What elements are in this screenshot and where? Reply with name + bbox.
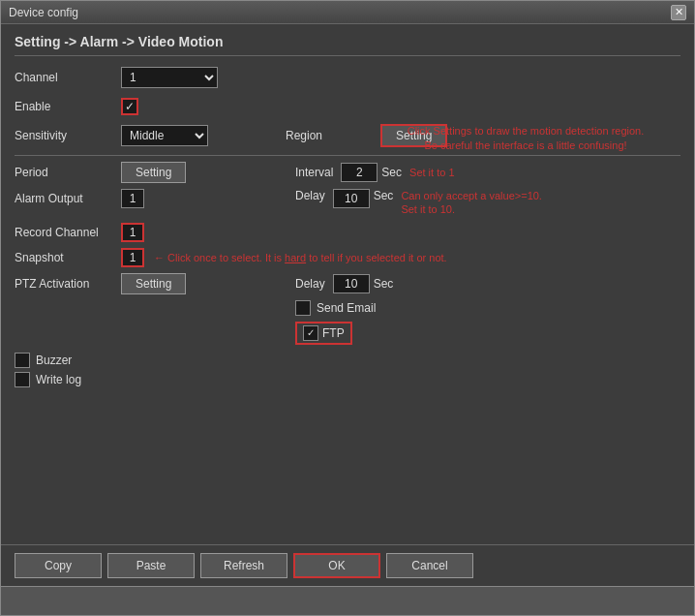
interval-unit: Sec [381,166,402,179]
period-label: Period [15,166,121,179]
interval-label: Interval [295,166,333,179]
write-log-checkbox[interactable] [15,372,30,387]
bottom-bar [1,586,694,615]
hint-line1: Click Settings to draw the motion detect… [408,125,645,137]
channel-label: Channel [15,71,121,84]
breadcrumb: Setting -> Alarm -> Video Motion [15,34,680,56]
alarm-output-label: Alarm Output [15,192,121,205]
ftp-checkbox[interactable] [303,325,318,341]
ptz-label: PTZ Activation [15,277,121,291]
buzzer-row: Buzzer [15,353,680,368]
record-channel-value[interactable]: 1 [121,223,144,242]
paste-button[interactable]: Paste [107,553,195,578]
content-area: Setting -> Alarm -> Video Motion Click S… [1,24,694,539]
refresh-button[interactable]: Refresh [200,553,287,578]
period-setting-button[interactable]: Setting [121,162,186,183]
main-body: Click Settings to draw the motion detect… [15,66,680,529]
channel-row: Channel 1 [15,66,680,89]
write-log-row: Write log [15,372,680,387]
sensitivity-select[interactable]: Middle Low High [121,125,208,146]
interval-note: Set it to 1 [409,167,454,178]
snapshot-value[interactable]: 1 [121,248,144,267]
window-title: Device config [9,6,78,19]
close-button[interactable]: ✕ [671,5,686,20]
enable-label: Enable [15,100,121,113]
buzzer-checkbox[interactable] [15,353,30,368]
ftp-container: FTP [295,322,352,345]
interval-input[interactable] [341,163,378,182]
snapshot-label: Snapshot [15,251,121,264]
sensitivity-label: Sensitivity [15,129,121,142]
ptz-setting-button[interactable]: Setting [121,273,186,294]
cancel-button[interactable]: Cancel [386,553,473,578]
copy-button[interactable]: Copy [15,553,102,578]
record-channel-label: Record Channel [15,226,121,239]
region-label: Region [286,129,322,142]
delay-unit: Sec [374,189,394,202]
ftp-label: FTP [322,326,345,340]
ptz-delay-input[interactable] [333,274,370,293]
title-bar: Device config ✕ [1,1,694,24]
hint-text: Click Settings to draw the motion detect… [390,124,661,154]
alarm-output-value[interactable]: 1 [121,189,144,208]
snapshot-note: ← Click once to select. It is hard to te… [154,252,447,263]
bottom-checkboxes: Buzzer Write log [15,353,680,387]
send-email-checkbox[interactable] [295,300,311,316]
ptz-delay-label: Delay [295,277,325,291]
buzzer-label: Buzzer [36,354,72,367]
channel-select[interactable]: 1 [121,67,218,88]
send-email-label: Send Email [317,301,376,315]
ptz-delay-unit: Sec [374,277,394,291]
enable-row: Enable [15,95,680,118]
footer: Copy Paste Refresh OK Cancel [1,544,694,586]
main-window: Device config ✕ Setting -> Alarm -> Vide… [0,0,695,616]
delay-label: Delay [295,189,325,202]
enable-checkbox[interactable] [121,98,138,115]
delay-input[interactable] [333,189,370,208]
ok-button[interactable]: OK [293,553,380,578]
hint-line2: Be careful the interface is a little con… [424,139,626,151]
delay-note: Can only accept a value>=10. Set it to 1… [401,189,556,217]
divider-1 [15,155,680,156]
write-log-label: Write log [36,373,81,386]
